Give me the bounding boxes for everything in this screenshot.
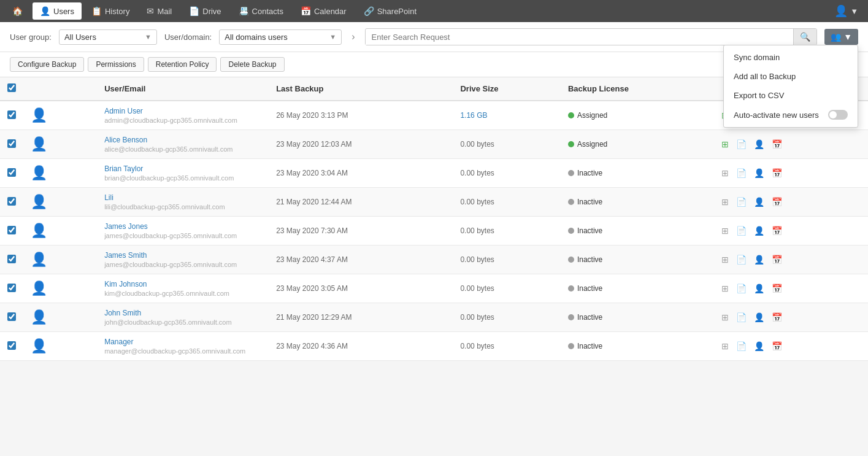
file-action-icon[interactable]: 📄 <box>736 341 747 351</box>
user-name[interactable]: James Jones <box>104 222 261 231</box>
calendar-action-icon[interactable]: 📅 <box>772 226 782 236</box>
user-name[interactable]: John Smith <box>104 309 261 317</box>
row-checkbox-cell[interactable] <box>0 217 23 245</box>
user-action-icon[interactable]: 👤 <box>754 197 764 207</box>
export-csv-item[interactable]: Export to CSV <box>724 86 858 105</box>
row-checkbox-cell[interactable] <box>0 101 23 130</box>
file-action-icon[interactable]: 📄 <box>736 226 747 236</box>
row-checkbox[interactable] <box>7 110 16 119</box>
row-checkbox-cell[interactable] <box>0 332 23 361</box>
sharepoint-icon: 🔗 <box>364 6 374 16</box>
user-name[interactable]: Kim Johnson <box>104 280 261 288</box>
row-user-cell: James Smith james@cloudbackup-gcp365.omn… <box>97 245 269 274</box>
user-domain-value: All domains users <box>225 33 288 42</box>
nav-drive[interactable]: 📄 Drive <box>182 2 228 20</box>
user-name[interactable]: Brian Taylor <box>104 164 261 173</box>
nav-mail[interactable]: ✉ Mail <box>139 2 179 20</box>
backup-action-icon[interactable]: ⊞ <box>721 255 729 265</box>
row-checkbox[interactable] <box>7 312 16 321</box>
delete-backup-button[interactable]: Delete Backup <box>220 57 284 72</box>
nav-sharepoint[interactable]: 🔗 SharePoint <box>356 2 424 20</box>
user-name[interactable]: James Smith <box>104 251 261 260</box>
row-checkbox[interactable] <box>7 197 16 206</box>
table-row: 👤 James Jones james@cloudbackup-gcp365.o… <box>0 217 868 245</box>
user-mgmt-chevron: ▼ <box>843 32 852 42</box>
select-all-header[interactable] <box>0 77 23 101</box>
row-checkbox[interactable] <box>7 341 16 350</box>
backup-action-icon[interactable]: ⊞ <box>721 226 729 236</box>
user-action-icon[interactable]: 👤 <box>754 255 764 265</box>
file-action-icon[interactable]: 📄 <box>736 312 747 322</box>
user-domain-select[interactable]: All domains users ▼ <box>219 29 342 45</box>
next-arrow[interactable]: › <box>349 30 357 44</box>
status-dot <box>568 170 574 176</box>
nav-contacts[interactable]: 📇 Contacts <box>231 2 291 20</box>
row-checkbox-cell[interactable] <box>0 274 23 303</box>
user-email-header: User/Email <box>97 77 269 101</box>
calendar-action-icon[interactable]: 📅 <box>772 197 782 207</box>
row-checkbox-cell[interactable] <box>0 188 23 217</box>
row-checkbox[interactable] <box>7 284 16 292</box>
configure-backup-button[interactable]: Configure Backup <box>10 57 84 72</box>
backup-action-icon[interactable]: ⊞ <box>721 341 729 351</box>
retention-policy-button[interactable]: Retention Policy <box>148 57 217 72</box>
file-action-icon[interactable]: 📄 <box>736 139 747 149</box>
row-checkbox-cell[interactable] <box>0 130 23 159</box>
backup-action-icon[interactable]: ⊞ <box>721 139 729 149</box>
row-checkbox[interactable] <box>7 255 16 263</box>
backup-action-icon[interactable]: ⊞ <box>721 197 729 207</box>
backup-action-icon[interactable]: ⊞ <box>721 168 729 178</box>
row-user-cell: Kim Johnson kim@cloudbackup-gcp365.omniv… <box>97 274 269 303</box>
permissions-button[interactable]: Permissions <box>88 57 144 72</box>
calendar-action-icon[interactable]: 📅 <box>772 284 782 293</box>
user-name[interactable]: Manager <box>104 338 261 346</box>
nav-home[interactable]: 🏠 <box>5 2 30 20</box>
user-action-icon[interactable]: 👤 <box>754 284 764 293</box>
add-all-backup-item[interactable]: Add all to Backup <box>724 67 858 86</box>
user-avatar-nav[interactable]: 👤 ▼ <box>829 2 863 20</box>
sync-domain-item[interactable]: Sync domain <box>724 48 858 67</box>
search-button[interactable]: 🔍 <box>793 29 816 45</box>
row-checkbox-cell[interactable] <box>0 159 23 188</box>
user-action-icon[interactable]: 👤 <box>754 226 764 236</box>
row-checkbox-cell[interactable] <box>0 245 23 274</box>
row-checkbox[interactable] <box>7 168 16 177</box>
user-action-icon[interactable]: 👤 <box>754 341 764 351</box>
row-license-status: Assigned <box>561 130 715 159</box>
row-checkbox-cell[interactable] <box>0 303 23 332</box>
nav-users[interactable]: 👤 Users <box>33 2 82 20</box>
search-input[interactable] <box>366 29 794 45</box>
nav-history[interactable]: 📋 History <box>84 2 137 20</box>
row-checkbox[interactable] <box>7 139 16 148</box>
backup-action-icon[interactable]: ⊞ <box>721 284 729 293</box>
user-group-select[interactable]: All Users ▼ <box>59 29 157 45</box>
file-action-icon[interactable]: 📄 <box>736 255 747 265</box>
status-label: Inactive <box>577 313 602 322</box>
avatar-col-header <box>23 77 97 101</box>
row-last-backup: 21 May 2020 12:29 AM <box>269 303 453 332</box>
select-all-checkbox[interactable] <box>7 83 16 92</box>
nav-calendar[interactable]: 📅 Calendar <box>293 2 354 20</box>
calendar-action-icon[interactable]: 📅 <box>772 341 782 351</box>
calendar-action-icon[interactable]: 📅 <box>772 312 782 322</box>
auto-activate-toggle[interactable] <box>828 110 848 120</box>
auto-activate-item[interactable]: Auto-activate new users <box>724 105 858 125</box>
file-action-icon[interactable]: 📄 <box>736 197 747 207</box>
user-management-button[interactable]: 👥 ▼ <box>824 29 858 45</box>
calendar-action-icon[interactable]: 📅 <box>772 139 782 149</box>
user-name[interactable]: Alice Benson <box>104 136 261 144</box>
user-action-icon[interactable]: 👤 <box>754 139 764 149</box>
row-avatar-cell: 👤 <box>23 130 97 159</box>
calendar-action-icon[interactable]: 📅 <box>772 168 782 178</box>
user-action-icon[interactable]: 👤 <box>754 312 764 322</box>
backup-action-icon[interactable]: ⊞ <box>721 312 729 322</box>
user-name[interactable]: Admin User <box>104 107 261 115</box>
file-action-icon[interactable]: 📄 <box>736 168 747 178</box>
row-checkbox[interactable] <box>7 226 16 234</box>
user-action-icon[interactable]: 👤 <box>754 168 764 178</box>
user-name[interactable]: Lili <box>104 193 261 202</box>
search-box: 🔍 <box>365 28 818 45</box>
file-action-icon[interactable]: 📄 <box>736 284 747 293</box>
calendar-action-icon[interactable]: 📅 <box>772 255 782 265</box>
user-group-chevron: ▼ <box>145 33 152 41</box>
